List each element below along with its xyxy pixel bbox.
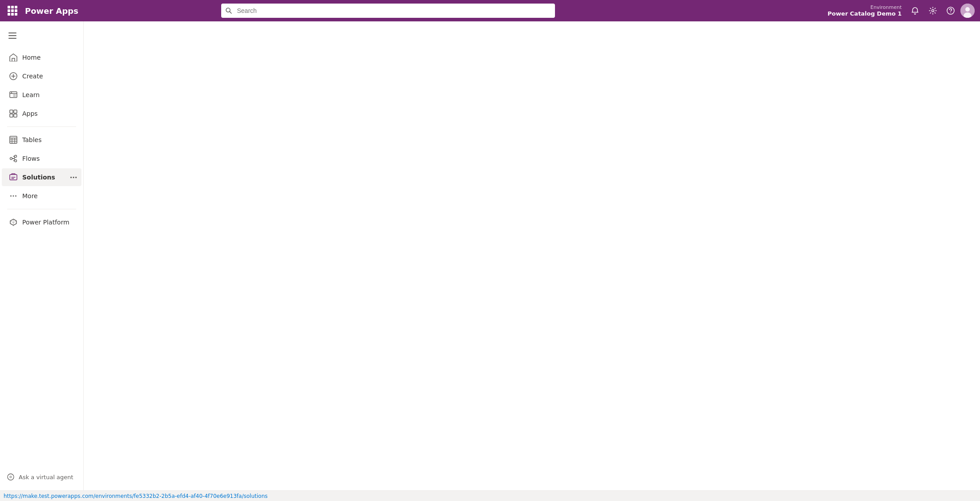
app-header: Power Apps Environment Power Catalog Dem…	[0, 0, 980, 21]
sidebar: Home Create	[0, 21, 84, 490]
svg-rect-16	[10, 110, 13, 113]
svg-point-2	[932, 10, 934, 12]
svg-rect-19	[14, 114, 17, 117]
apps-icon	[9, 109, 18, 118]
waffle-icon	[8, 6, 17, 16]
sidebar-item-learn[interactable]: Learn	[2, 86, 81, 104]
sidebar-item-more[interactable]: More	[2, 187, 81, 205]
create-icon	[9, 72, 18, 81]
svg-point-6	[965, 7, 970, 12]
status-bar: https://make.test.powerapps.com/environm…	[0, 490, 980, 501]
flows-icon	[9, 154, 18, 163]
sidebar-toggle-button[interactable]	[4, 27, 21, 45]
sidebar-bottom: Ask a virtual agent	[0, 469, 83, 490]
virtual-agent-button[interactable]: Ask a virtual agent	[0, 469, 83, 485]
environment-name: Power Catalog Demo 1	[828, 10, 902, 17]
sidebar-more-label: More	[22, 192, 74, 200]
hamburger-icon	[8, 33, 16, 39]
sidebar-solutions-label: Solutions	[22, 174, 74, 181]
user-avatar[interactable]	[960, 4, 975, 18]
search-input[interactable]	[221, 4, 555, 18]
svg-point-27	[10, 158, 12, 160]
tables-icon	[9, 135, 18, 144]
more-icon	[9, 191, 18, 200]
sidebar-power-platform-label: Power Platform	[22, 219, 74, 226]
sidebar-flows-label: Flows	[22, 155, 74, 162]
waffle-button[interactable]	[5, 4, 20, 18]
sidebar-item-home[interactable]: Home	[2, 49, 81, 66]
environment-selector[interactable]: Environment Power Catalog Demo 1	[828, 4, 902, 17]
sidebar-item-tables[interactable]: Tables	[2, 131, 81, 149]
sidebar-item-flows[interactable]: Flows	[2, 150, 81, 167]
sidebar-item-create[interactable]: Create	[2, 67, 81, 85]
sidebar-home-label: Home	[22, 54, 74, 61]
sidebar-divider-1	[7, 126, 76, 127]
sidebar-item-apps[interactable]: Apps	[2, 105, 81, 122]
svg-point-4	[950, 12, 951, 13]
help-button[interactable]	[943, 3, 959, 19]
sidebar-tables-label: Tables	[22, 136, 74, 143]
svg-rect-17	[14, 110, 17, 113]
search-container	[221, 4, 555, 18]
solutions-more-button[interactable]: ⋯	[68, 172, 79, 183]
home-icon	[9, 53, 18, 62]
sidebar-item-power-platform[interactable]: Power Platform	[2, 213, 81, 231]
svg-point-32	[10, 196, 12, 197]
svg-rect-18	[10, 114, 13, 117]
status-url: https://make.test.powerapps.com/environm…	[4, 493, 267, 499]
sidebar-create-label: Create	[22, 73, 74, 80]
main-layout: Home Create	[0, 21, 980, 490]
notifications-button[interactable]	[907, 3, 923, 19]
main-content	[84, 21, 980, 490]
sidebar-learn-label: Learn	[22, 91, 74, 98]
solutions-icon	[9, 173, 18, 182]
svg-point-36	[9, 476, 12, 478]
virtual-agent-label: Ask a virtual agent	[19, 474, 73, 481]
sidebar-divider-2	[7, 209, 76, 209]
app-title: Power Apps	[25, 6, 78, 16]
power-platform-icon	[9, 218, 18, 227]
svg-point-33	[13, 196, 14, 197]
learn-icon	[9, 90, 18, 99]
sidebar-item-solutions[interactable]: Solutions ⋯	[2, 168, 81, 186]
header-right-section: Environment Power Catalog Demo 1	[828, 3, 975, 19]
environment-label: Environment	[871, 4, 902, 10]
virtual-agent-icon	[7, 473, 14, 481]
sidebar-apps-label: Apps	[22, 110, 74, 117]
svg-point-34	[15, 196, 16, 197]
settings-button[interactable]	[925, 3, 941, 19]
